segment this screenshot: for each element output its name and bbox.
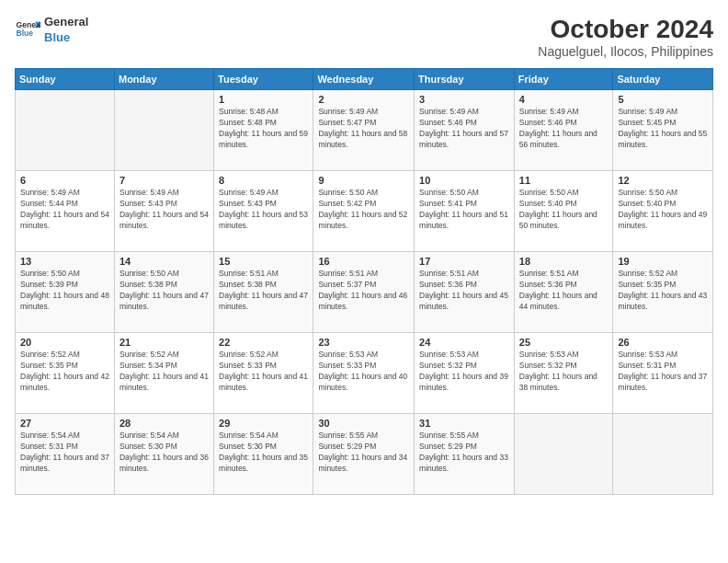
day-detail: Sunrise: 5:49 AMSunset: 5:46 PMDaylight:… [519,107,609,151]
day-detail: Sunrise: 5:49 AMSunset: 5:43 PMDaylight:… [219,188,308,232]
table-row: 29Sunrise: 5:54 AMSunset: 5:30 PMDayligh… [214,414,313,495]
day-number: 25 [519,337,609,348]
day-detail: Sunrise: 5:54 AMSunset: 5:31 PMDaylight:… [20,431,109,475]
header-sunday: Sunday [16,69,115,90]
day-detail: Sunrise: 5:50 AMSunset: 5:40 PMDaylight:… [618,188,708,232]
day-number: 21 [119,337,209,348]
day-number: 31 [419,418,509,429]
day-number: 4 [519,94,609,105]
page-header: General Blue General Blue October 2024 N… [15,15,713,59]
day-number: 16 [318,256,409,267]
logo-general: General [44,15,88,30]
day-number: 29 [219,418,308,429]
day-detail: Sunrise: 5:54 AMSunset: 5:30 PMDaylight:… [119,431,209,475]
day-number: 19 [618,256,708,267]
day-number: 28 [119,418,209,429]
day-detail: Sunrise: 5:53 AMSunset: 5:33 PMDaylight:… [318,350,409,394]
table-row [114,90,213,171]
header-monday: Monday [114,69,213,90]
table-row: 17Sunrise: 5:51 AMSunset: 5:36 PMDayligh… [415,252,515,333]
day-detail: Sunrise: 5:54 AMSunset: 5:30 PMDaylight:… [219,431,308,475]
table-row: 10Sunrise: 5:50 AMSunset: 5:41 PMDayligh… [415,171,515,252]
day-number: 10 [419,175,509,186]
day-detail: Sunrise: 5:49 AMSunset: 5:47 PMDaylight:… [318,107,409,151]
day-detail: Sunrise: 5:51 AMSunset: 5:38 PMDaylight:… [219,269,308,313]
table-row: 13Sunrise: 5:50 AMSunset: 5:39 PMDayligh… [16,252,115,333]
table-row: 15Sunrise: 5:51 AMSunset: 5:38 PMDayligh… [214,252,313,333]
table-row: 7Sunrise: 5:49 AMSunset: 5:43 PMDaylight… [114,171,213,252]
day-number: 18 [519,256,609,267]
day-number: 17 [419,256,509,267]
table-row: 4Sunrise: 5:49 AMSunset: 5:46 PMDaylight… [514,90,613,171]
day-detail: Sunrise: 5:50 AMSunset: 5:41 PMDaylight:… [419,188,509,232]
location: Naguelguel, Ilocos, Philippines [538,44,713,59]
day-number: 12 [618,175,708,186]
day-number: 30 [318,418,409,429]
table-row [16,90,115,171]
day-detail: Sunrise: 5:55 AMSunset: 5:29 PMDaylight:… [419,431,509,475]
table-row: 14Sunrise: 5:50 AMSunset: 5:38 PMDayligh… [114,252,213,333]
table-row: 27Sunrise: 5:54 AMSunset: 5:31 PMDayligh… [16,414,115,495]
calendar-header-row: Sunday Monday Tuesday Wednesday Thursday… [16,69,713,90]
day-number: 7 [119,175,209,186]
day-number: 14 [119,256,209,267]
day-detail: Sunrise: 5:49 AMSunset: 5:44 PMDaylight:… [20,188,109,232]
day-detail: Sunrise: 5:49 AMSunset: 5:43 PMDaylight:… [119,188,209,232]
week-row-1: 1Sunrise: 5:48 AMSunset: 5:48 PMDaylight… [16,90,713,171]
day-detail: Sunrise: 5:53 AMSunset: 5:31 PMDaylight:… [618,350,708,394]
header-thursday: Thursday [415,69,515,90]
day-number: 20 [20,337,109,348]
day-detail: Sunrise: 5:50 AMSunset: 5:38 PMDaylight:… [119,269,209,313]
table-row: 1Sunrise: 5:48 AMSunset: 5:48 PMDaylight… [214,90,313,171]
day-detail: Sunrise: 5:51 AMSunset: 5:36 PMDaylight:… [519,269,609,313]
week-row-2: 6Sunrise: 5:49 AMSunset: 5:44 PMDaylight… [16,171,713,252]
day-detail: Sunrise: 5:48 AMSunset: 5:48 PMDaylight:… [219,107,308,151]
day-detail: Sunrise: 5:50 AMSunset: 5:42 PMDaylight:… [318,188,409,232]
week-row-4: 20Sunrise: 5:52 AMSunset: 5:35 PMDayligh… [16,333,713,414]
day-number: 9 [318,175,409,186]
header-saturday: Saturday [613,69,713,90]
month-title: October 2024 [538,15,713,44]
day-number: 15 [219,256,308,267]
table-row: 31Sunrise: 5:55 AMSunset: 5:29 PMDayligh… [415,414,515,495]
calendar-table: Sunday Monday Tuesday Wednesday Thursday… [15,68,713,495]
day-detail: Sunrise: 5:52 AMSunset: 5:35 PMDaylight:… [20,350,109,394]
day-number: 24 [419,337,509,348]
day-number: 6 [20,175,109,186]
table-row: 26Sunrise: 5:53 AMSunset: 5:31 PMDayligh… [613,333,713,414]
table-row: 18Sunrise: 5:51 AMSunset: 5:36 PMDayligh… [514,252,613,333]
day-detail: Sunrise: 5:52 AMSunset: 5:33 PMDaylight:… [219,350,308,394]
day-number: 27 [20,418,109,429]
day-number: 11 [519,175,609,186]
day-detail: Sunrise: 5:49 AMSunset: 5:45 PMDaylight:… [618,107,708,151]
day-detail: Sunrise: 5:50 AMSunset: 5:39 PMDaylight:… [20,269,109,313]
day-detail: Sunrise: 5:49 AMSunset: 5:46 PMDaylight:… [419,107,509,151]
day-detail: Sunrise: 5:53 AMSunset: 5:32 PMDaylight:… [519,350,609,394]
day-detail: Sunrise: 5:52 AMSunset: 5:35 PMDaylight:… [618,269,708,313]
table-row: 28Sunrise: 5:54 AMSunset: 5:30 PMDayligh… [114,414,213,495]
day-number: 13 [20,256,109,267]
logo: General Blue General Blue [15,15,88,46]
table-row: 12Sunrise: 5:50 AMSunset: 5:40 PMDayligh… [613,171,713,252]
day-number: 2 [318,94,409,105]
table-row: 2Sunrise: 5:49 AMSunset: 5:47 PMDaylight… [313,90,415,171]
table-row: 8Sunrise: 5:49 AMSunset: 5:43 PMDaylight… [214,171,313,252]
table-row: 5Sunrise: 5:49 AMSunset: 5:45 PMDaylight… [613,90,713,171]
table-row: 23Sunrise: 5:53 AMSunset: 5:33 PMDayligh… [313,333,415,414]
day-detail: Sunrise: 5:55 AMSunset: 5:29 PMDaylight:… [318,431,409,475]
table-row: 25Sunrise: 5:53 AMSunset: 5:32 PMDayligh… [514,333,613,414]
header-wednesday: Wednesday [313,69,415,90]
day-detail: Sunrise: 5:50 AMSunset: 5:40 PMDaylight:… [519,188,609,232]
table-row: 20Sunrise: 5:52 AMSunset: 5:35 PMDayligh… [16,333,115,414]
day-number: 22 [219,337,308,348]
table-row [514,414,613,495]
table-row: 11Sunrise: 5:50 AMSunset: 5:40 PMDayligh… [514,171,613,252]
table-row: 9Sunrise: 5:50 AMSunset: 5:42 PMDaylight… [313,171,415,252]
table-row: 19Sunrise: 5:52 AMSunset: 5:35 PMDayligh… [613,252,713,333]
table-row: 24Sunrise: 5:53 AMSunset: 5:32 PMDayligh… [415,333,515,414]
table-row: 16Sunrise: 5:51 AMSunset: 5:37 PMDayligh… [313,252,415,333]
logo-icon: General Blue [15,17,40,43]
svg-text:General: General [17,20,40,29]
day-number: 26 [618,337,708,348]
table-row: 3Sunrise: 5:49 AMSunset: 5:46 PMDaylight… [415,90,515,171]
